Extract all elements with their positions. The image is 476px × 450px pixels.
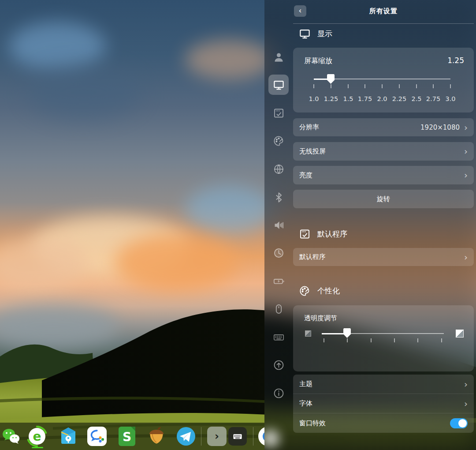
tick	[382, 84, 383, 88]
sidebar-item-personalization[interactable]	[271, 133, 286, 148]
dock-app-telegram[interactable]	[175, 426, 197, 447]
transparency-slider-handle[interactable]	[343, 328, 351, 338]
globe-icon	[273, 163, 285, 175]
monitor-icon	[299, 28, 311, 40]
wireless-cast-label: 无线投屏	[299, 147, 326, 156]
battery-icon	[273, 275, 285, 287]
dock-app-nutstore[interactable]	[146, 426, 167, 447]
sidebar-item-system-info[interactable]	[271, 386, 286, 401]
window-check-icon	[273, 107, 285, 119]
sidebar-item-power[interactable]	[271, 274, 286, 289]
info-circle-icon	[273, 387, 285, 399]
wireless-cast-row[interactable]: 无线投屏 ›	[293, 142, 474, 161]
title-divider	[293, 23, 474, 24]
tick-label: 1.25	[324, 95, 338, 102]
keyboard-icon	[273, 331, 285, 343]
control-center-panel: ‹ 所有设置 显示 屏幕缩放 1.25 1.0 1.2	[264, 0, 476, 450]
launcher-chevron-icon: ›	[215, 430, 219, 442]
chevron-right-icon: ›	[464, 123, 468, 132]
chevron-right-icon: ›	[464, 399, 468, 408]
partial-app-icon	[258, 427, 264, 446]
dock-app-wps[interactable]: S	[116, 426, 138, 447]
dock-app-store[interactable]	[58, 426, 79, 447]
sidebar-item-datetime[interactable]	[271, 245, 286, 260]
resolution-label: 分辨率	[299, 123, 319, 131]
dock-app-partial[interactable]	[256, 426, 264, 447]
running-app-indicator	[32, 447, 43, 448]
sidebar-item-mouse[interactable]	[271, 301, 286, 316]
sidebar-item-update[interactable]	[271, 357, 286, 372]
telegram-icon	[175, 426, 197, 447]
tick	[313, 84, 314, 88]
user-icon	[273, 51, 285, 63]
tick-label: 2.5	[411, 95, 421, 102]
window-effects-row: 窗口特效	[293, 413, 474, 433]
default-apps-row[interactable]: 默认程序 ›	[293, 248, 474, 266]
theme-row[interactable]: 主题 ›	[293, 375, 474, 394]
tick	[347, 338, 348, 342]
bluetooth-icon	[273, 191, 285, 203]
window-effects-toggle[interactable]	[450, 418, 468, 428]
tick-label: 3.0	[445, 95, 455, 102]
tick	[417, 338, 418, 342]
section-header-display: 显示	[299, 28, 332, 40]
rotate-button[interactable]: 旋转	[293, 190, 474, 208]
tick	[371, 338, 372, 342]
wechat-work-icon	[86, 426, 108, 447]
section-header-personalization: 个性化	[299, 285, 340, 297]
svg-text:S: S	[123, 430, 131, 444]
dock-virtual-keyboard-button[interactable]	[228, 427, 247, 446]
dock-launcher-button[interactable]: ›	[207, 427, 227, 446]
dock-app-360-browser[interactable]: e	[26, 426, 48, 447]
sidebar-item-default-apps[interactable]	[271, 105, 286, 120]
chevron-right-icon: ›	[464, 171, 468, 180]
sidebar-item-network[interactable]	[271, 161, 286, 176]
dock-app-wechat[interactable]	[0, 426, 22, 447]
desktop: e	[0, 0, 476, 450]
dock-separator	[253, 427, 253, 446]
tick	[394, 338, 395, 342]
brightness-label: 亮度	[299, 171, 312, 180]
sidebar-item-accounts[interactable]	[271, 49, 286, 64]
section-header-default-apps: 默认程序	[299, 228, 347, 240]
chevron-right-icon: ›	[464, 380, 468, 389]
wps-icon: S	[116, 426, 138, 447]
section-title: 默认程序	[317, 229, 347, 239]
scale-label: 屏幕缩放	[304, 56, 332, 66]
resolution-row[interactable]: 分辨率 1920×1080 ›	[293, 118, 474, 136]
font-label: 字体	[299, 399, 312, 408]
font-row[interactable]: 字体 ›	[293, 394, 474, 413]
tick-label: 2.0	[377, 95, 387, 102]
dock-separator	[201, 427, 201, 446]
sidebar-item-keyboard[interactable]	[271, 330, 286, 345]
dock-app-wechat-work[interactable]	[86, 426, 108, 447]
scale-slider-handle[interactable]	[327, 74, 335, 84]
arrow-up-circle-icon	[273, 359, 285, 371]
sidebar-item-display[interactable]	[268, 75, 289, 95]
section-title: 个性化	[317, 286, 340, 296]
browser-360-icon: e	[26, 426, 48, 447]
transparency-max-icon	[456, 330, 464, 338]
monitor-icon	[273, 79, 285, 91]
chevron-right-icon: ›	[464, 253, 468, 262]
speaker-icon	[273, 219, 285, 231]
tick	[450, 84, 451, 88]
transparency-label: 透明度调节	[304, 314, 337, 322]
section-title: 显示	[317, 29, 332, 39]
wechat-icon	[0, 426, 22, 447]
scale-value: 1.25	[447, 56, 464, 65]
tick	[324, 338, 324, 342]
sidebar-item-sound[interactable]	[271, 218, 286, 232]
transparency-card: 透明度调节	[293, 305, 474, 371]
tick-label: 2.25	[392, 95, 406, 102]
sidebar-item-bluetooth[interactable]	[271, 190, 286, 205]
default-apps-label: 默认程序	[299, 253, 326, 261]
tick-label: 1.75	[358, 95, 372, 102]
acorn-icon	[146, 426, 167, 447]
chevron-right-icon: ›	[464, 147, 468, 156]
window-check-icon	[299, 228, 311, 240]
panel-title: 所有设置	[293, 7, 474, 15]
brightness-row[interactable]: 亮度 ›	[293, 166, 474, 184]
resolution-value: 1920×1080	[420, 124, 460, 131]
window-effects-label: 窗口特效	[299, 419, 326, 428]
